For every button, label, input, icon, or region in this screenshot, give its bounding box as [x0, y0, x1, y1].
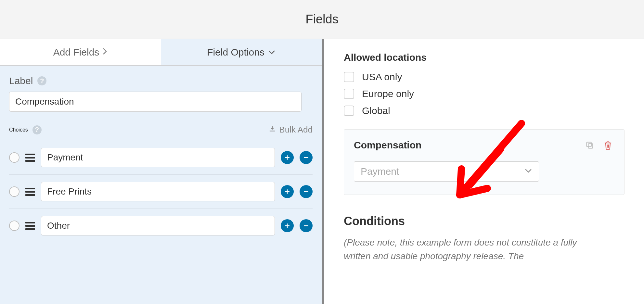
choice-row — [9, 141, 313, 175]
main-area: Add Fields Field Options Label ? Choices — [0, 39, 644, 304]
tab-add-fields-label: Add Fields — [53, 47, 99, 58]
panel-body: Label ? Choices ? Bulk Add — [0, 66, 322, 252]
plus-icon — [284, 188, 290, 195]
right-panel: Allowed locations USA only Europe only G… — [324, 39, 644, 304]
tabs-container: Add Fields Field Options — [0, 39, 322, 66]
svg-rect-1 — [587, 142, 591, 147]
checkbox-europe[interactable] — [344, 89, 354, 99]
choices-heading: Choices — [9, 127, 28, 133]
bulk-add-button[interactable]: Bulk Add — [269, 125, 313, 135]
drag-handle-icon[interactable] — [25, 188, 35, 196]
tab-field-options-label: Field Options — [207, 47, 264, 58]
page-title: Fields — [305, 12, 338, 26]
choices-header: Choices ? Bulk Add — [9, 125, 313, 135]
choice-input[interactable] — [41, 182, 275, 201]
choice-input[interactable] — [41, 216, 275, 235]
remove-choice-button[interactable] — [300, 151, 313, 164]
remove-choice-button[interactable] — [300, 185, 313, 198]
label-input[interactable] — [9, 92, 302, 112]
panel-divider[interactable] — [322, 39, 324, 304]
checkbox-global[interactable] — [344, 106, 354, 116]
conditions-note: (Please note, this example form does not… — [344, 236, 591, 263]
label-heading: Label — [9, 75, 33, 86]
minus-icon — [303, 188, 309, 195]
tab-add-fields[interactable]: Add Fields — [0, 39, 161, 65]
trash-icon — [603, 140, 612, 150]
compensation-select[interactable]: Payment — [354, 161, 539, 182]
checkbox-usa[interactable] — [344, 72, 354, 82]
checkbox-label: USA only — [362, 71, 402, 82]
svg-rect-0 — [588, 144, 593, 148]
delete-field-button[interactable] — [601, 139, 614, 152]
page-header: Fields — [0, 0, 644, 39]
conditions-title: Conditions — [344, 214, 625, 228]
minus-icon — [303, 222, 309, 229]
compensation-field-preview[interactable]: Compensation Paymen — [344, 129, 625, 195]
allowed-locations-title: Allowed locations — [344, 52, 625, 63]
bulk-add-label: Bulk Add — [279, 125, 313, 135]
help-icon[interactable]: ? — [37, 76, 46, 85]
compensation-select-value: Payment — [361, 166, 524, 177]
choice-row — [9, 209, 313, 243]
left-panel: Add Fields Field Options Label ? Choices — [0, 39, 322, 304]
compensation-title: Compensation — [354, 140, 421, 151]
chevron-down-icon — [268, 48, 276, 57]
checkbox-row: Global — [344, 105, 625, 116]
add-choice-button[interactable] — [281, 219, 294, 232]
choice-default-radio[interactable] — [9, 186, 19, 197]
label-heading-row: Label ? — [9, 75, 313, 86]
drag-handle-icon[interactable] — [25, 154, 35, 162]
plus-icon — [284, 222, 290, 229]
plus-icon — [284, 154, 290, 161]
help-icon[interactable]: ? — [32, 125, 42, 134]
remove-choice-button[interactable] — [300, 219, 313, 232]
add-choice-button[interactable] — [281, 151, 294, 164]
minus-icon — [303, 154, 309, 161]
checkbox-row: Europe only — [344, 88, 625, 99]
duplicate-icon — [585, 141, 594, 150]
duplicate-field-button[interactable] — [583, 139, 596, 152]
choice-default-radio[interactable] — [9, 221, 19, 231]
field-preview-header: Compensation — [354, 139, 614, 152]
choice-row — [9, 175, 313, 209]
chevron-right-icon — [102, 47, 108, 57]
checkbox-label: Europe only — [362, 88, 414, 99]
choice-default-radio[interactable] — [9, 152, 19, 163]
tab-field-options[interactable]: Field Options — [161, 39, 322, 65]
choice-input[interactable] — [41, 148, 275, 167]
checkbox-row: USA only — [344, 71, 625, 82]
drag-handle-icon[interactable] — [25, 222, 35, 230]
checkbox-label: Global — [362, 105, 390, 116]
add-choice-button[interactable] — [281, 185, 294, 198]
preview-action-icons — [583, 139, 614, 152]
download-icon — [269, 125, 276, 135]
chevron-down-icon — [524, 168, 532, 175]
